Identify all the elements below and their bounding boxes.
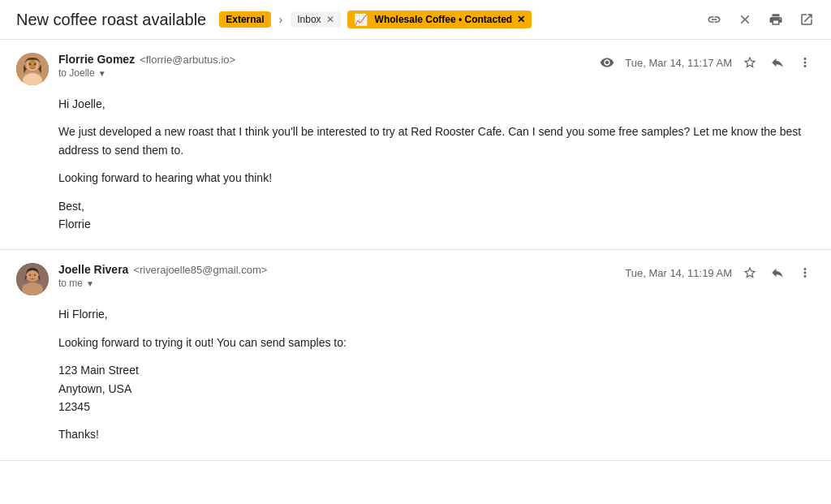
svg-point-12 xyxy=(29,274,31,276)
sender-name-row: Joelle Rivera <riverajoelle85@gmail.com> xyxy=(58,263,625,276)
link-icon xyxy=(707,12,721,27)
sender-info: Florrie Gomez <florrie@arbutus.io> to Jo… xyxy=(58,53,597,79)
sender-name-row: Florrie Gomez <florrie@arbutus.io> xyxy=(58,53,597,66)
header-actions xyxy=(703,8,818,31)
body-sign-off: Best,Florrie xyxy=(58,197,815,234)
avatar-image xyxy=(16,263,49,295)
more-options-icon[interactable] xyxy=(795,53,815,72)
body-paragraph-2: Looking forward to hearing what you thin… xyxy=(58,169,815,187)
print-button[interactable] xyxy=(764,8,787,31)
dropdown-chevron-icon[interactable]: ▼ xyxy=(86,279,94,288)
email-message: Joelle Rivera <riverajoelle85@gmail.com>… xyxy=(0,250,831,460)
reply-icon[interactable] xyxy=(768,53,787,72)
email-message: Florrie Gomez <florrie@arbutus.io> to Jo… xyxy=(0,40,831,250)
message-body: Hi Joelle, We just developed a new roast… xyxy=(58,95,815,233)
message-body: Hi Florrie, Looking forward to trying it… xyxy=(58,305,815,443)
popout-button[interactable] xyxy=(795,8,818,31)
email-thread: Florrie Gomez <florrie@arbutus.io> to Jo… xyxy=(0,40,831,495)
svg-rect-10 xyxy=(23,284,42,295)
svg-point-13 xyxy=(34,274,36,276)
star-icon[interactable] xyxy=(740,53,760,72)
message-timestamp: Tue, Mar 14, 11:17 AM xyxy=(625,57,732,69)
more-options-icon[interactable] xyxy=(795,263,815,282)
sender-info: Joelle Rivera <riverajoelle85@gmail.com>… xyxy=(58,263,625,289)
to-label: to me xyxy=(58,278,83,289)
svg-point-5 xyxy=(29,63,31,65)
body-address: 123 Main StreetAnytown, USA12345 xyxy=(58,361,815,416)
wholesale-label: Wholesale Coffee • Contacted xyxy=(375,14,513,25)
sender-email: <florrie@arbutus.io> xyxy=(140,54,235,66)
avatar xyxy=(16,53,49,85)
inbox-close-icon[interactable]: ✕ xyxy=(326,14,334,25)
body-sign-off: Thanks! xyxy=(58,425,815,443)
body-paragraph-1: We just developed a new roast that I thi… xyxy=(58,123,815,159)
reply-icon[interactable] xyxy=(768,263,787,282)
sender-name: Joelle Rivera xyxy=(58,263,128,276)
trend-icon: 📈 xyxy=(354,13,368,26)
star-icon[interactable] xyxy=(740,263,760,282)
email-header: New coffee roast available External › In… xyxy=(0,0,831,40)
popout-icon xyxy=(799,12,814,27)
message-header: Joelle Rivera <riverajoelle85@gmail.com>… xyxy=(16,263,815,295)
chevron-right-icon: › xyxy=(278,13,285,26)
to-row: to Joelle ▼ xyxy=(58,67,597,79)
svg-point-6 xyxy=(34,63,36,65)
close-button[interactable] xyxy=(734,8,756,31)
badge-external[interactable]: External xyxy=(219,11,270,28)
sender-name: Florrie Gomez xyxy=(58,53,135,66)
message-meta: Tue, Mar 14, 11:19 AM xyxy=(625,263,815,282)
body-paragraph-1: Looking forward to trying it out! You ca… xyxy=(58,334,815,351)
inbox-label: Inbox xyxy=(297,14,321,25)
to-row: to me ▼ xyxy=(58,278,625,289)
body-greeting: Hi Joelle, xyxy=(58,95,815,113)
email-subject: New coffee roast available xyxy=(16,11,206,29)
visibility-icon[interactable] xyxy=(597,53,617,72)
badge-inbox: Inbox ✕ xyxy=(291,11,340,28)
to-label: to Joelle xyxy=(58,67,95,79)
badge-wholesale: 📈 Wholesale Coffee • Contacted ✕ xyxy=(347,11,532,28)
message-timestamp: Tue, Mar 14, 11:19 AM xyxy=(625,267,732,279)
sender-email: <riverajoelle85@gmail.com> xyxy=(133,264,267,276)
wholesale-close-icon[interactable]: ✕ xyxy=(517,14,525,25)
avatar-image xyxy=(16,53,49,85)
link-button[interactable] xyxy=(703,8,726,31)
print-icon xyxy=(769,12,783,27)
body-greeting: Hi Florrie, xyxy=(58,305,815,323)
avatar xyxy=(16,263,49,295)
close-icon xyxy=(738,12,752,27)
message-meta: Tue, Mar 14, 11:17 AM xyxy=(597,53,815,72)
message-header: Florrie Gomez <florrie@arbutus.io> to Jo… xyxy=(16,53,815,85)
dropdown-chevron-icon[interactable]: ▼ xyxy=(98,69,106,78)
